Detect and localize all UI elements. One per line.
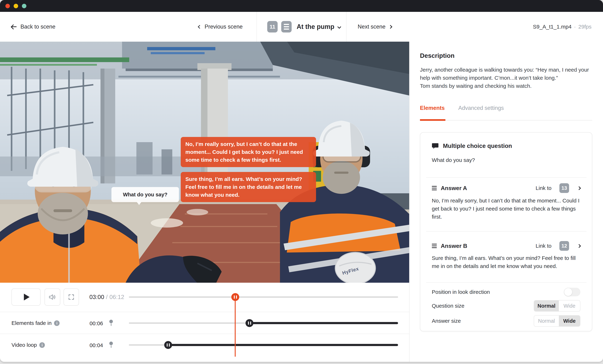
drag-handle-icon[interactable] bbox=[432, 186, 437, 190]
question-size-wide-option[interactable]: Wide bbox=[559, 300, 580, 311]
answer-b-name: Answer B bbox=[441, 243, 467, 249]
scene-list-icon bbox=[281, 21, 292, 33]
info-icon[interactable]: i bbox=[54, 320, 59, 326]
play-button[interactable] bbox=[12, 288, 41, 306]
answer-size-wide-option[interactable]: Wide bbox=[559, 316, 580, 326]
answer-b-overlay[interactable]: Sure thing, I’m all ears. What’s on your… bbox=[181, 172, 316, 202]
playhead-line bbox=[235, 297, 236, 357]
previous-scene-button[interactable]: Previous scene bbox=[198, 12, 243, 42]
description-text: Jerry, another colleague is walking towa… bbox=[420, 66, 592, 90]
next-scene-label: Next scene bbox=[358, 23, 385, 30]
card-divider bbox=[426, 231, 587, 232]
card-header: Multiple choice question bbox=[432, 141, 580, 151]
elements-fade-in-row-label: Elements fade in i bbox=[12, 317, 59, 329]
info-icon[interactable]: i bbox=[39, 342, 45, 348]
multiple-choice-card: Multiple choice question What do you say… bbox=[420, 132, 592, 331]
traffic-light-minimize-button[interactable] bbox=[14, 4, 18, 8]
question-overlay[interactable]: What do you say? bbox=[111, 187, 179, 202]
tabs-divider bbox=[420, 120, 592, 120]
properties-panel: Description Jerry, another colleague is … bbox=[409, 42, 603, 362]
link-to-label: Link to bbox=[536, 243, 552, 249]
scene-selector[interactable]: 11 At the pump bbox=[267, 12, 341, 42]
question-size-normal-option[interactable]: Normal bbox=[534, 300, 559, 311]
tab-elements[interactable]: Elements bbox=[420, 105, 445, 113]
video-file-meta: S9_A_t1_1.mp4 · 29fps bbox=[533, 12, 591, 42]
elements-fade-in-track[interactable] bbox=[129, 322, 398, 324]
answer-a-header: Answer A Link to 13 bbox=[432, 183, 580, 193]
previous-scene-label: Previous scene bbox=[205, 23, 243, 30]
traffic-light-zoom-button[interactable] bbox=[22, 4, 26, 8]
video-file-name: S9_A_t1_1.mp4 bbox=[533, 24, 571, 30]
answer-b-text[interactable]: Sure thing, I’m all ears. What’s on your… bbox=[432, 254, 580, 270]
back-arrow-icon bbox=[12, 24, 17, 29]
chevron-down-icon bbox=[337, 25, 341, 29]
video-loop-track[interactable] bbox=[129, 344, 398, 346]
toolbar-divider bbox=[256, 12, 257, 42]
answer-b-link-badge[interactable]: 12 bbox=[559, 241, 569, 251]
back-to-scene-label: Back to scene bbox=[21, 23, 56, 30]
player-divider bbox=[0, 334, 409, 334]
question-size-label: Question size bbox=[432, 303, 464, 309]
app-window: Back to scene Previous scene 11 At the p… bbox=[0, 0, 603, 362]
tab-advanced-settings[interactable]: Advanced settings bbox=[458, 105, 504, 113]
speech-tail bbox=[137, 202, 142, 205]
main-area: What do you say? No, I’m really sorry, b… bbox=[0, 42, 603, 362]
scene-number-badge: 11 bbox=[267, 21, 278, 33]
scene-title: At the pump bbox=[297, 23, 334, 31]
answer-a-text[interactable]: No, I’m really sorry, but I can’t do tha… bbox=[432, 197, 580, 221]
toggle-knob bbox=[564, 288, 572, 296]
description-paragraph: Jerry, another colleague is walking towa… bbox=[420, 66, 592, 82]
drag-handle-icon[interactable] bbox=[432, 244, 437, 248]
card-question[interactable]: What do you say? bbox=[432, 156, 580, 164]
player-divider bbox=[0, 312, 409, 312]
elements-fade-in-time: 00:06 bbox=[77, 320, 103, 327]
question-size-segmented-control: Normal Wide bbox=[534, 300, 580, 312]
answer-a-link-badge[interactable]: 13 bbox=[559, 183, 569, 193]
card-type-label: Multiple choice question bbox=[443, 142, 512, 149]
video-preview[interactable]: What do you say? No, I’m really sorry, b… bbox=[0, 42, 409, 283]
answer-b-header: Answer B Link to 12 bbox=[432, 241, 580, 251]
file-meta-separator: · bbox=[574, 24, 576, 30]
link-to-label: Link to bbox=[536, 185, 552, 191]
total-time: 06:12 bbox=[109, 294, 124, 300]
answer-size-label: Answer size bbox=[432, 318, 461, 324]
volume-button[interactable] bbox=[45, 288, 60, 306]
elements-fade-in-handle[interactable] bbox=[245, 319, 253, 327]
progress-track[interactable] bbox=[129, 296, 398, 298]
panel-tabs: Elements Advanced settings bbox=[420, 105, 592, 113]
back-to-scene-button[interactable]: Back to scene bbox=[12, 12, 56, 42]
video-loop-active-range bbox=[168, 344, 398, 346]
traffic-light-close-button[interactable] bbox=[5, 4, 10, 8]
video-fps: 29fps bbox=[579, 24, 591, 30]
time-separator: / bbox=[106, 294, 108, 300]
elements-fade-in-active-range bbox=[249, 322, 398, 324]
top-toolbar: Back to scene Previous scene 11 At the p… bbox=[0, 12, 603, 42]
video-loop-row-label: Video loop i bbox=[12, 339, 45, 351]
pin-icon[interactable] bbox=[109, 319, 113, 327]
pin-icon[interactable] bbox=[109, 341, 113, 349]
video-loop-handle[interactable] bbox=[164, 341, 172, 349]
card-divider bbox=[426, 177, 587, 178]
answer-a-overlay[interactable]: No, I’m really sorry, but I can’t do tha… bbox=[181, 137, 316, 167]
video-loop-time: 00:04 bbox=[77, 342, 103, 348]
window-titlebar bbox=[0, 0, 603, 12]
volume-icon bbox=[49, 294, 56, 300]
current-time: 03:00 bbox=[89, 294, 104, 300]
fullscreen-icon bbox=[68, 294, 74, 300]
answer-size-normal-option[interactable]: Normal bbox=[534, 316, 559, 326]
fullscreen-button[interactable] bbox=[64, 288, 79, 306]
speech-bubble-icon bbox=[432, 142, 439, 149]
look-direction-row: Position in look direction bbox=[432, 286, 580, 298]
active-tab-underline bbox=[420, 119, 445, 121]
toolbar-divider bbox=[346, 12, 347, 42]
video-column: What do you say? No, I’m really sorry, b… bbox=[0, 42, 409, 362]
description-paragraph: Tom stands by waiting and checking his w… bbox=[420, 82, 592, 90]
question-overlay-text: What do you say? bbox=[123, 191, 167, 199]
chevron-right-icon[interactable] bbox=[577, 186, 581, 190]
look-direction-label: Position in look direction bbox=[432, 289, 490, 295]
elements-fade-in-label: Elements fade in bbox=[12, 320, 51, 326]
description-title: Description bbox=[420, 52, 592, 59]
look-direction-toggle[interactable] bbox=[564, 288, 580, 296]
next-scene-button[interactable]: Next scene bbox=[358, 12, 392, 42]
chevron-right-icon[interactable] bbox=[577, 244, 581, 248]
